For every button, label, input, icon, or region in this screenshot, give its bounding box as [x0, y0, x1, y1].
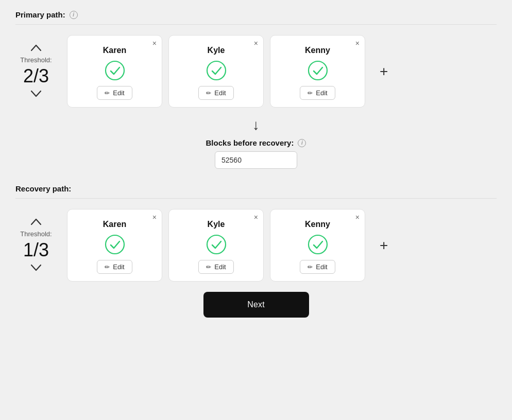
recovery-card-karen-check-icon [105, 234, 125, 255]
pencil-icon: ✏ [206, 264, 211, 271]
recovery-card-kenny-edit-button[interactable]: ✏ Edit [300, 260, 335, 274]
recovery-path-header: Recovery path: [15, 184, 497, 199]
primary-card-karen-close-button[interactable]: × [152, 40, 157, 47]
primary-card-karen-name: Karen [103, 46, 126, 55]
primary-cards-container: × Karen ✏ Edit × Kyle [67, 35, 365, 108]
recovery-threshold-up-button[interactable] [26, 217, 46, 228]
recovery-card-kyle-name: Kyle [208, 220, 225, 229]
next-button[interactable]: Next [203, 292, 309, 318]
down-arrow-icon: ↓ [252, 118, 260, 132]
primary-path-row: Threshold: 2/3 × Karen ✏ Edit [15, 35, 497, 108]
svg-point-1 [207, 61, 226, 80]
recovery-card-karen-edit-button[interactable]: ✏ Edit [97, 260, 132, 274]
pencil-icon: ✏ [308, 264, 313, 271]
primary-card-kenny-edit-button[interactable]: ✏ Edit [300, 86, 335, 100]
primary-threshold-control: Threshold: 2/3 [15, 43, 57, 100]
primary-card-kyle-name: Kyle [208, 46, 225, 55]
svg-point-5 [309, 235, 327, 254]
recovery-threshold-control: Threshold: 1/3 [15, 217, 57, 274]
primary-card-kyle: × Kyle ✏ Edit [168, 35, 264, 108]
recovery-card-kenny-name: Kenny [305, 220, 330, 229]
blocks-before-recovery-input[interactable] [215, 151, 297, 169]
blocks-before-recovery-label: Blocks before recovery: [206, 138, 294, 147]
svg-point-2 [309, 61, 327, 80]
primary-card-kyle-edit-button[interactable]: ✏ Edit [198, 86, 233, 100]
pencil-icon: ✏ [308, 90, 313, 97]
recovery-path-title: Recovery path: [15, 184, 71, 193]
recovery-threshold-label: Threshold: [20, 230, 52, 238]
recovery-card-kenny-close-button[interactable]: × [355, 214, 360, 221]
recovery-card-karen-close-button[interactable]: × [152, 214, 157, 221]
svg-point-4 [207, 235, 226, 254]
primary-card-kenny: × Kenny ✏ Edit [270, 35, 365, 108]
recovery-card-karen: × Karen ✏ Edit [67, 209, 162, 282]
recovery-cards-container: × Karen ✏ Edit × Kyle [67, 209, 365, 282]
primary-path-header: Primary path: i [15, 10, 497, 25]
recovery-card-kenny-check-icon [308, 234, 328, 255]
recovery-path-row: Threshold: 1/3 × Karen ✏ Edit [15, 209, 497, 282]
recovery-card-kyle-check-icon [206, 234, 227, 255]
primary-card-karen-edit-button[interactable]: ✏ Edit [97, 86, 132, 100]
recovery-card-kyle-close-button[interactable]: × [254, 214, 258, 221]
recovery-threshold-value: 1/3 [23, 240, 49, 260]
primary-card-karen-check-icon [105, 60, 125, 81]
blocks-before-recovery-section: ↓ Blocks before recovery: i [15, 118, 497, 169]
primary-card-kenny-name: Kenny [305, 46, 330, 55]
primary-threshold-label: Threshold: [20, 56, 52, 64]
primary-threshold-up-button[interactable] [26, 43, 46, 54]
svg-point-0 [106, 61, 124, 80]
primary-threshold-value: 2/3 [23, 66, 49, 86]
primary-card-karen: × Karen ✏ Edit [67, 35, 162, 108]
primary-card-kenny-check-icon [308, 60, 328, 81]
primary-add-button[interactable]: + [376, 60, 392, 83]
pencil-icon: ✏ [206, 90, 211, 97]
recovery-add-button[interactable]: + [376, 234, 392, 257]
primary-card-kenny-close-button[interactable]: × [355, 40, 360, 47]
primary-path-info-icon[interactable]: i [70, 11, 78, 19]
recovery-card-karen-name: Karen [103, 220, 126, 229]
primary-card-kyle-check-icon [206, 60, 227, 81]
blocks-label-row: Blocks before recovery: i [206, 138, 306, 147]
recovery-card-kyle-edit-button[interactable]: ✏ Edit [198, 260, 233, 274]
primary-threshold-down-button[interactable] [26, 89, 46, 100]
primary-path-title: Primary path: [15, 10, 65, 19]
recovery-threshold-down-button[interactable] [26, 262, 46, 274]
pencil-icon: ✏ [105, 90, 110, 97]
svg-point-3 [106, 235, 124, 254]
blocks-info-icon[interactable]: i [298, 139, 306, 147]
primary-card-kyle-close-button[interactable]: × [254, 40, 258, 47]
pencil-icon: ✏ [105, 264, 110, 271]
recovery-card-kenny: × Kenny ✏ Edit [270, 209, 365, 282]
recovery-card-kyle: × Kyle ✏ Edit [168, 209, 264, 282]
